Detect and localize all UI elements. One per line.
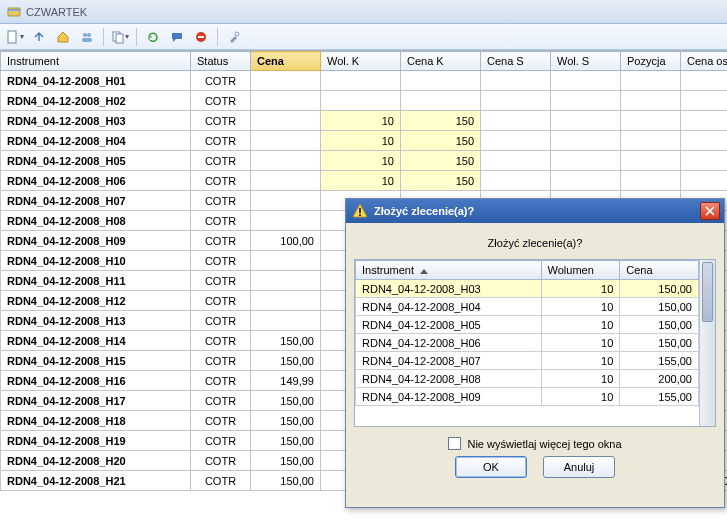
cell-status: COTR: [191, 231, 251, 251]
cell-cena: 150,00: [251, 431, 321, 451]
dialog-scrollbar[interactable]: [699, 260, 715, 426]
table-row[interactable]: RDN4_04-12-2008_H04COTR10150: [1, 131, 728, 151]
dlg-col-cena[interactable]: Cena: [620, 261, 699, 280]
cell-status: COTR: [191, 311, 251, 331]
toolbar-separator: [217, 28, 218, 46]
window-title: CZWARTEK: [26, 6, 87, 18]
cell-status: COTR: [191, 131, 251, 151]
suppress-checkbox[interactable]: [448, 437, 461, 450]
dlg-row[interactable]: RDN4_04-12-2008_H0710155,00: [356, 352, 699, 370]
cell-instrument: RDN4_04-12-2008_H16: [1, 371, 191, 391]
cell-instrument: RDN4_04-12-2008_H05: [1, 151, 191, 171]
chat-icon[interactable]: [166, 27, 188, 47]
app-icon: [6, 4, 22, 20]
col-wols[interactable]: Wol. S: [551, 52, 621, 71]
cell-cenaost: [681, 91, 728, 111]
dlg-row[interactable]: RDN4_04-12-2008_H0910155,00: [356, 388, 699, 406]
table-row[interactable]: RDN4_04-12-2008_H06COTR10150: [1, 171, 728, 191]
col-wolk[interactable]: Wol. K: [321, 52, 401, 71]
cell-instrument: RDN4_04-12-2008_H12: [1, 291, 191, 311]
dlg-row[interactable]: RDN4_04-12-2008_H0810200,00: [356, 370, 699, 388]
cell-instrument: RDN4_04-12-2008_H15: [1, 351, 191, 371]
dlg-cell-cena: 150,00: [620, 280, 699, 298]
scrollbar-thumb[interactable]: [702, 262, 713, 322]
svg-point-3: [83, 33, 87, 37]
dlg-cell-wolumen: 10: [541, 388, 620, 406]
stop-icon[interactable]: [190, 27, 212, 47]
cell-wols: [551, 171, 621, 191]
window-titlebar: CZWARTEK: [0, 0, 727, 24]
cell-cenaost: [681, 131, 728, 151]
cell-status: COTR: [191, 411, 251, 431]
col-status[interactable]: Status: [191, 52, 251, 71]
dlg-col-wolumen[interactable]: Wolumen: [541, 261, 620, 280]
users-icon[interactable]: [76, 27, 98, 47]
svg-rect-7: [116, 34, 123, 43]
cell-cenak: [401, 71, 481, 91]
cell-instrument: RDN4_04-12-2008_H13: [1, 311, 191, 331]
cell-cena: 150,00: [251, 471, 321, 491]
cell-instrument: RDN4_04-12-2008_H09: [1, 231, 191, 251]
col-cenak[interactable]: Cena K: [401, 52, 481, 71]
ok-button[interactable]: OK: [455, 456, 527, 478]
cell-pozycja: [621, 111, 681, 131]
cell-status: COTR: [191, 431, 251, 451]
dlg-row[interactable]: RDN4_04-12-2008_H0610150,00: [356, 334, 699, 352]
cell-wols: [551, 131, 621, 151]
grid-header-row: Instrument Status Cena Wol. K Cena K Cen…: [1, 52, 728, 71]
col-cena[interactable]: Cena: [251, 52, 321, 71]
dlg-row[interactable]: RDN4_04-12-2008_H0510150,00: [356, 316, 699, 334]
cell-status: COTR: [191, 91, 251, 111]
col-pozycja[interactable]: Pozycja: [621, 52, 681, 71]
table-row[interactable]: RDN4_04-12-2008_H01COTR: [1, 71, 728, 91]
suppress-checkbox-row: Nie wyświetlaj więcej tego okna: [354, 437, 716, 450]
dialog-titlebar[interactable]: Złożyć zlecenie(a)?: [346, 199, 724, 223]
suppress-checkbox-label[interactable]: Nie wyświetlaj więcej tego okna: [467, 438, 621, 450]
cell-cenas: [481, 131, 551, 151]
refresh-icon[interactable]: [142, 27, 164, 47]
dlg-col-instrument[interactable]: Instrument: [356, 261, 542, 280]
col-instrument[interactable]: Instrument: [1, 52, 191, 71]
table-row[interactable]: RDN4_04-12-2008_H03COTR10150: [1, 111, 728, 131]
table-row[interactable]: RDN4_04-12-2008_H02COTR: [1, 91, 728, 111]
export-icon[interactable]: [28, 27, 50, 47]
cell-status: COTR: [191, 351, 251, 371]
cell-instrument: RDN4_04-12-2008_H11: [1, 271, 191, 291]
cell-instrument: RDN4_04-12-2008_H20: [1, 451, 191, 471]
tools-icon[interactable]: [223, 27, 245, 47]
copy-icon[interactable]: ▾: [109, 27, 131, 47]
cell-cenaost: [681, 111, 728, 131]
table-row[interactable]: RDN4_04-12-2008_H05COTR10150: [1, 151, 728, 171]
cell-status: COTR: [191, 331, 251, 351]
dialog-grid[interactable]: Instrument Wolumen Cena RDN4_04-12-2008_…: [354, 259, 716, 427]
dlg-cell-wolumen: 10: [541, 352, 620, 370]
cell-instrument: RDN4_04-12-2008_H18: [1, 411, 191, 431]
toolbar-separator: [136, 28, 137, 46]
dlg-row[interactable]: RDN4_04-12-2008_H0310150,00: [356, 280, 699, 298]
close-button[interactable]: [700, 202, 720, 220]
cell-instrument: RDN4_04-12-2008_H21: [1, 471, 191, 491]
cell-instrument: RDN4_04-12-2008_H03: [1, 111, 191, 131]
toolbar-separator: [103, 28, 104, 46]
cell-cena: [251, 271, 321, 291]
sort-asc-icon: [420, 269, 428, 274]
dlg-row[interactable]: RDN4_04-12-2008_H0410150,00: [356, 298, 699, 316]
dlg-cell-wolumen: 10: [541, 316, 620, 334]
dlg-cell-instrument: RDN4_04-12-2008_H07: [356, 352, 542, 370]
cell-pozycja: [621, 71, 681, 91]
cell-wolk: 10: [321, 151, 401, 171]
warning-icon: [352, 203, 368, 219]
confirm-dialog: Złożyć zlecenie(a)? Złożyć zlecenie(a)? …: [345, 198, 725, 508]
dlg-cell-cena: 155,00: [620, 352, 699, 370]
svg-rect-11: [359, 208, 361, 213]
cell-wols: [551, 71, 621, 91]
cell-wols: [551, 111, 621, 131]
doc-icon[interactable]: ▾: [4, 27, 26, 47]
home-icon[interactable]: [52, 27, 74, 47]
dlg-cell-cena: 150,00: [620, 298, 699, 316]
col-cenas[interactable]: Cena S: [481, 52, 551, 71]
cell-cenaost: [681, 71, 728, 91]
col-cenaost[interactable]: Cena ost.: [681, 52, 728, 71]
cell-wolk: [321, 71, 401, 91]
cancel-button[interactable]: Anuluj: [543, 456, 615, 478]
